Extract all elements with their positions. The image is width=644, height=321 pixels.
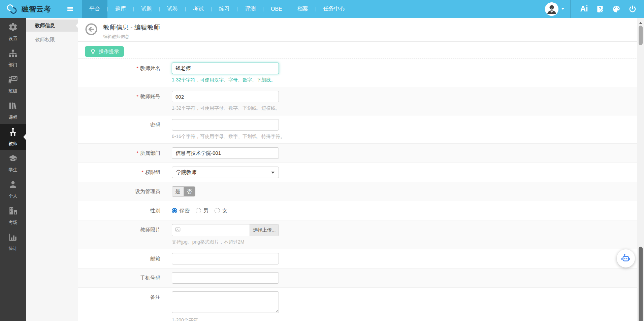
field-label-note: 备注: [78, 291, 160, 321]
svg-text:?: ?: [551, 6, 552, 9]
lightbulb-icon: [90, 48, 96, 55]
field-hint-teacher-account: 1-32个字符，可使用字母、数字、下划线、短横线。: [172, 105, 280, 111]
power-icon: [628, 5, 637, 13]
field-label-photo: 教师照片: [78, 224, 160, 245]
scrollbar-thumb-bottom[interactable]: [639, 247, 643, 321]
scrollbar-up-arrow[interactable]: [639, 20, 642, 24]
email-input[interactable]: [172, 253, 279, 264]
sub-sidebar: 教师信息教师权限: [26, 18, 78, 321]
note-textarea[interactable]: [172, 291, 279, 313]
sidebar-item-教师[interactable]: 教师: [0, 124, 26, 150]
sidebar-item-label: 考场: [9, 219, 18, 225]
top-menu-item-平台[interactable]: 平台: [82, 0, 107, 18]
sidebar-item-课程[interactable]: 课程: [0, 98, 26, 124]
teacher-name-input[interactable]: [172, 63, 279, 74]
subsidebar-item-教师权限[interactable]: 教师权限: [26, 34, 78, 46]
field-hint-teacher-name: 1-32个字符，可使用汉字、字母、数字、下划线。: [172, 77, 279, 83]
gender-radio-group: 保密男女: [172, 205, 227, 216]
collapse-menu-icon[interactable]: [67, 7, 73, 8]
radio-label: 保密: [180, 208, 190, 214]
top-menu-item-档案[interactable]: 档案: [290, 0, 316, 18]
field-label-gender: 性别: [78, 205, 160, 216]
robot-icon: [619, 252, 633, 265]
top-menu-item-练习[interactable]: 练习: [212, 0, 237, 18]
admin-toggle-option-否[interactable]: 否: [184, 187, 195, 196]
form-row-gender: 性别保密男女: [78, 201, 637, 220]
top-menu-item-OBE[interactable]: OBE: [263, 0, 290, 18]
sidebar-item-label: 课程: [9, 114, 18, 120]
top-menu-item-试卷[interactable]: 试卷: [160, 0, 185, 18]
radio-label: 男: [203, 208, 208, 214]
department-input[interactable]: [172, 147, 279, 159]
topbar-divider: [570, 0, 571, 18]
top-menu-item-考试[interactable]: 考试: [186, 0, 211, 18]
operation-tips-button[interactable]: 操作提示: [85, 46, 124, 57]
form-row-teacher-name: *教师姓名1-32个字符，可使用汉字、字母、数字、下划线。: [78, 59, 637, 87]
radio-icon: [172, 208, 177, 213]
sidebar-item-班级[interactable]: 班级: [0, 71, 26, 98]
sidebar-item-label: 统计: [9, 246, 18, 252]
radio-icon: [215, 208, 220, 213]
sidebar-item-考场[interactable]: 考场: [0, 203, 26, 229]
phone-input[interactable]: [172, 272, 279, 284]
sidebar-item-个人[interactable]: 个人: [0, 176, 26, 203]
sidebar-item-设置[interactable]: 设置: [0, 19, 26, 45]
ai-assistant-button[interactable]: [617, 249, 635, 268]
required-asterisk: *: [136, 150, 138, 156]
field-control-teacher-name: 1-32个字符，可使用汉字、字母、数字、下划线。: [172, 63, 279, 83]
org-chart-icon: [8, 48, 18, 60]
field-hint-password: 6-16个字符，可使用字母、数字、下划线、特殊字符。: [172, 134, 285, 140]
upload-button[interactable]: 选择上传...: [250, 224, 279, 236]
top-menu: 平台题库试题试卷考试练习评测OBE档案任务中心: [82, 0, 352, 18]
topbar: 融智云考 平台题库试题试卷考试练习评测OBE档案任务中心 ? Ai ?: [0, 0, 644, 18]
theme-button[interactable]: [608, 0, 624, 18]
sidebar-item-label: 班级: [9, 88, 18, 94]
avatar[interactable]: ?: [545, 2, 558, 16]
back-button[interactable]: [85, 23, 98, 36]
field-hint-note: 1-200个字符。: [172, 317, 279, 321]
chevron-down-icon[interactable]: [561, 8, 564, 11]
help-feedback-button[interactable]: ?: [592, 0, 608, 18]
page-title: 教师信息 - 编辑教师: [103, 23, 160, 32]
main-sidebar: 设置部门班级课程教师学生个人考场统计: [0, 18, 26, 321]
operation-tips-label: 操作提示: [99, 48, 119, 55]
top-menu-item-试题[interactable]: 试题: [134, 0, 159, 18]
permission-group-selected-value: 学院教师: [176, 169, 196, 176]
field-label-permission-group: *权限组: [78, 167, 160, 178]
gender-radio-女[interactable]: 女: [215, 208, 227, 214]
building-icon: [8, 206, 18, 217]
ai-button[interactable]: Ai: [576, 0, 592, 18]
sidebar-item-统计[interactable]: 统计: [0, 229, 26, 255]
sidebar-item-label: 部门: [9, 62, 18, 68]
admin-toggle-option-是[interactable]: 是: [172, 187, 184, 196]
photo-upload-field[interactable]: [172, 224, 250, 236]
scrollbar-thumb[interactable]: [639, 26, 643, 45]
top-menu-item-任务中心[interactable]: 任务中心: [316, 0, 352, 18]
teacher-account-input[interactable]: [172, 91, 279, 102]
gender-radio-保密[interactable]: 保密: [172, 208, 190, 214]
password-input[interactable]: [172, 119, 279, 131]
person-icon: [8, 180, 18, 191]
ai-label: Ai: [580, 4, 588, 13]
sidebar-item-部门[interactable]: 部门: [0, 45, 26, 71]
main-content: 教师信息 - 编辑教师 编辑教师信息 操作提示 *教师姓名1-32个字符，可使用…: [78, 18, 637, 321]
field-label-department: *所属部门: [78, 147, 160, 159]
bar-chart-icon: [8, 232, 18, 243]
admin-toggle[interactable]: 是否: [172, 186, 195, 197]
permission-group-select[interactable]: 学院教师: [172, 167, 279, 178]
form-row-phone: 手机号码: [78, 269, 637, 288]
sidebar-item-学生[interactable]: 学生: [0, 150, 26, 176]
top-menu-item-评测[interactable]: 评测: [237, 0, 263, 18]
scrollbar[interactable]: [637, 18, 644, 321]
brand: 融智云考: [0, 3, 59, 15]
image-icon: [175, 226, 181, 234]
subsidebar-item-教师信息[interactable]: 教师信息: [26, 20, 78, 32]
gender-radio-男[interactable]: 男: [196, 208, 208, 214]
logout-button[interactable]: [624, 0, 641, 18]
field-control-department: [172, 147, 279, 159]
required-asterisk: *: [141, 169, 143, 175]
page-header: 教师信息 - 编辑教师 编辑教师信息: [78, 18, 637, 42]
field-control-gender: 保密男女: [172, 205, 227, 216]
top-menu-item-题库[interactable]: 题库: [108, 0, 133, 18]
svg-text:?: ?: [599, 6, 601, 11]
